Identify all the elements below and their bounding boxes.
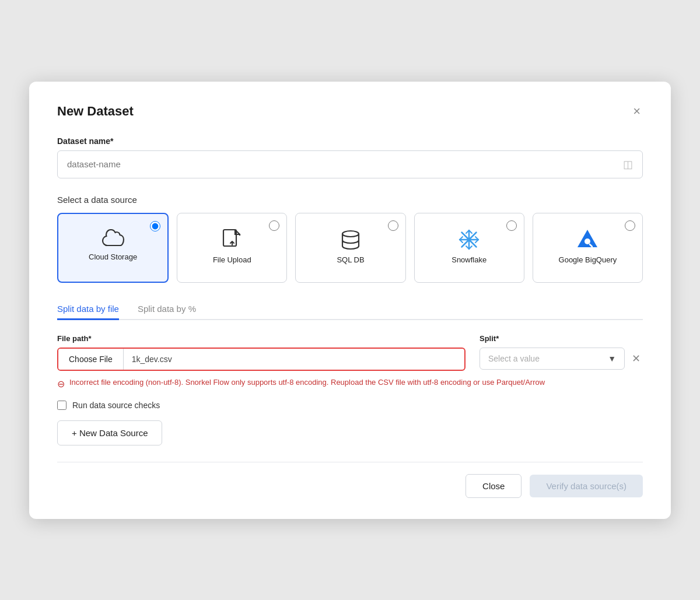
file-upload-icon (222, 229, 242, 251)
tabs-row: Split data by file Split data by % (57, 299, 643, 320)
ds-card-snowflake-label: Snowflake (452, 255, 487, 264)
modal-header: New Dataset × (57, 103, 643, 120)
chevron-down-icon: ▼ (608, 354, 616, 363)
snowflake-icon (458, 229, 480, 251)
data-source-cards: Cloud Storage File Upload (57, 213, 643, 283)
error-text: Incorrect file encoding (non-utf-8). Sno… (69, 377, 545, 388)
ds-radio-snowflake[interactable] (506, 220, 517, 231)
close-button[interactable]: Close (466, 474, 522, 498)
bigquery-icon (576, 229, 598, 251)
svg-rect-0 (223, 230, 236, 246)
verify-button[interactable]: Verify data source(s) (530, 475, 643, 497)
dataset-name-label: Dataset name* (57, 136, 643, 146)
error-icon: ⊖ (57, 377, 65, 391)
svg-point-1 (342, 231, 359, 237)
svg-point-16 (584, 238, 590, 244)
modal-divider (57, 462, 643, 462)
ds-card-snowflake[interactable]: Snowflake (414, 213, 524, 283)
run-checks-row: Run data source checks (57, 401, 643, 410)
sql-db-icon (340, 229, 362, 251)
split-clear-button[interactable]: ✕ (629, 352, 643, 365)
split-select-placeholder: Select a value (488, 354, 540, 363)
file-path-col: File path* Choose File 1k_dev.csv (57, 334, 466, 371)
modal-close-button[interactable]: × (631, 103, 643, 120)
new-dataset-modal: New Dataset × Dataset name* ◫ Select a d… (29, 82, 671, 519)
ds-radio-file-upload[interactable] (269, 220, 279, 231)
split-select[interactable]: Select a value ▼ (480, 348, 625, 370)
error-message: ⊖ Incorrect file encoding (non-utf-8). S… (57, 377, 643, 391)
cloud-storage-icon (102, 229, 125, 248)
run-checks-checkbox[interactable] (57, 401, 66, 410)
modal-footer: Close Verify data source(s) (57, 474, 643, 498)
choose-file-button[interactable]: Choose File (58, 349, 124, 370)
ds-radio-cloud-storage[interactable] (150, 221, 160, 231)
ds-card-file-upload-label: File Upload (213, 255, 251, 264)
ds-card-google-bigquery[interactable]: Google BigQuery (533, 213, 643, 283)
modal-title: New Dataset (57, 104, 134, 119)
file-split-row: File path* Choose File 1k_dev.csv Split*… (57, 334, 643, 371)
dataset-name-input[interactable] (67, 159, 618, 169)
data-source-section-label: Select a data source (57, 195, 643, 205)
file-input-box: Choose File 1k_dev.csv (57, 348, 466, 371)
ds-radio-google-bigquery[interactable] (625, 220, 635, 231)
ds-card-cloud-storage-label: Cloud Storage (89, 252, 137, 261)
svg-point-6 (467, 237, 471, 241)
dataset-name-field-wrapper: ◫ (57, 150, 643, 178)
file-name-display: 1k_dev.csv (124, 349, 180, 370)
tab-split-by-file[interactable]: Split data by file (57, 299, 119, 320)
ds-radio-sql-db[interactable] (388, 220, 398, 231)
ds-card-cloud-storage[interactable]: Cloud Storage (57, 213, 169, 283)
ds-card-file-upload[interactable]: File Upload (177, 213, 287, 283)
split-label: Split* (480, 334, 643, 343)
ds-card-sql-db[interactable]: SQL DB (295, 213, 405, 283)
ds-card-sql-db-label: SQL DB (337, 255, 364, 264)
new-data-source-button[interactable]: + New Data Source (57, 420, 162, 445)
ds-card-google-bigquery-label: Google BigQuery (559, 255, 617, 264)
split-col: Split* Select a value ▼ ✕ (480, 334, 643, 370)
split-row-wrapper: Select a value ▼ ✕ (480, 348, 643, 370)
run-checks-label: Run data source checks (72, 401, 160, 410)
file-path-label: File path* (57, 334, 466, 343)
tab-split-by-pct[interactable]: Split data by % (138, 299, 196, 320)
dataset-name-icon: ◫ (623, 158, 633, 171)
